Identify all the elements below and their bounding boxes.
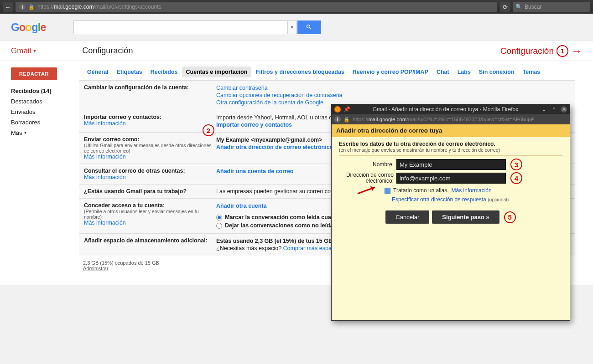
row-label: ¿Estás usando Gmail para tu trabajo?: [84, 188, 187, 195]
popup-title-bar: 📌 Gmail - Añadir otra dirección de corre…: [332, 104, 570, 114]
search-icon: [306, 24, 312, 31]
row-label: Consultar el correo de otras cuentas:: [84, 168, 185, 174]
alias-checkbox[interactable]: [385, 188, 390, 194]
tab-recibidos[interactable]: Recibidos: [146, 67, 182, 77]
maximize-button[interactable]: ⌃: [551, 106, 557, 113]
browser-search[interactable]: 🔍 Buscar: [513, 2, 590, 12]
sidebar-item-starred[interactable]: Destacados: [11, 96, 71, 107]
annotation-config: Configuración 1 →: [500, 45, 582, 57]
annotation-1: 1: [557, 45, 568, 57]
work-desc: Las empresas pueden gestionar su correo …: [216, 188, 345, 195]
annotation-5: 5: [504, 211, 516, 223]
name-label: Nombre:: [339, 161, 394, 168]
tab-reenv-o-y-correo-pop-imap[interactable]: Reenvío y correo POP/IMAP: [349, 67, 432, 77]
radio-leave-unread[interactable]: Dejar las conversaciones como no leídas …: [216, 221, 345, 230]
row-sublabel: (Permite a otros usuarios leer y enviar …: [84, 209, 216, 220]
row-label: Conceder acceso a tu cuenta:: [84, 202, 165, 209]
gmail-search-wrap: ▼: [73, 21, 321, 34]
google-logo[interactable]: Google: [11, 21, 46, 34]
link-other-config[interactable]: Otra configuración de la cuenta de Googl…: [216, 99, 343, 106]
minimize-button[interactable]: ⌄: [541, 106, 547, 113]
url-bar[interactable]: i 🔒 https://mail.google.com/mail/u/0/#se…: [16, 2, 497, 12]
radio-mark-read[interactable]: Marcar la conversación como leída cuando: [216, 213, 345, 221]
link-add-address[interactable]: Añadir otra dirección de correo electrón…: [216, 144, 333, 151]
info-icon: i: [334, 116, 341, 123]
link-manage[interactable]: Administrar: [83, 266, 109, 271]
annotation-3: 3: [510, 159, 522, 170]
info-icon: i: [19, 4, 26, 10]
optional-text: (opcional): [488, 197, 509, 202]
tab-filtros-y-direcciones-bloqueadas[interactable]: Filtros y direcciones bloqueadas: [251, 67, 349, 77]
radio-icon: [216, 223, 222, 229]
search-options-dropdown[interactable]: ▼: [288, 21, 297, 34]
link-more-info[interactable]: Más información: [84, 154, 216, 160]
sub-header: Gmail▼ Configuración Configuración 1 →: [0, 41, 593, 61]
tab-temas[interactable]: Temas: [519, 67, 545, 77]
link-more-info[interactable]: Más información: [84, 220, 216, 226]
sidebar-item-more[interactable]: Más▼: [11, 128, 71, 138]
tab-etiquetas[interactable]: Etiquetas: [113, 67, 146, 77]
sidebar-item-sent[interactable]: Enviados: [11, 107, 71, 117]
link-change-recovery[interactable]: Cambiar opciones de recuperación de cont…: [216, 92, 343, 99]
link-change-password[interactable]: Cambiar contraseña: [216, 84, 343, 92]
link-specify-reply[interactable]: Especificar otra dirección de respuesta: [392, 196, 486, 203]
reload-button[interactable]: ⟳: [500, 2, 510, 12]
page-title: Configuración: [82, 46, 500, 56]
tab-chat[interactable]: Chat: [432, 67, 453, 77]
popup-title: Gmail - Añadir otra dirección de correo …: [353, 106, 538, 113]
popup-instruction: Escribe los datos de tu otra dirección d…: [339, 141, 562, 147]
annotation-arrow: [357, 185, 380, 195]
back-button[interactable]: ←: [3, 2, 13, 12]
link-add-another[interactable]: Añadir otra cuenta: [216, 202, 345, 210]
pin-icon[interactable]: 📌: [343, 106, 350, 113]
row-label: Cambiar la configuración de la cuenta:: [84, 84, 189, 91]
popup-subinstruction: (en el mensaje que envíes se mostrarán t…: [339, 147, 562, 156]
lock-icon: 🔒: [28, 4, 35, 10]
tab-general[interactable]: General: [83, 67, 113, 77]
storage-usage: Estás usando 2,3 GB (el 15%) de tus 15 G…: [216, 237, 343, 245]
google-header: Google ▼: [0, 14, 593, 41]
search-placeholder: Buscar: [525, 4, 541, 10]
annotation-2: 2: [203, 124, 214, 136]
row-sublabel: (Utiliza Gmail para enviar mensajes desd…: [84, 143, 216, 154]
storage-question: ¿Necesitas más espacio?: [216, 245, 283, 251]
search-icon: 🔍: [515, 4, 522, 10]
sidebar-item-drafts[interactable]: Borradores: [11, 117, 71, 128]
link-more-info[interactable]: Más información: [84, 120, 216, 127]
popup-body: Escribe los datos de tu otra dirección d…: [332, 137, 570, 230]
gmail-search-button[interactable]: [297, 21, 321, 34]
chevron-down-icon: ▼: [32, 49, 36, 53]
tab-cuentas-e-importaci-n[interactable]: Cuentas e importación: [182, 67, 252, 77]
lock-icon: 🔒: [343, 117, 350, 123]
name-input[interactable]: [396, 159, 506, 170]
sidebar-item-inbox[interactable]: Recibidos (14): [11, 86, 71, 96]
link-more-info[interactable]: Más información: [84, 174, 216, 180]
row-label: Importar correo y contactos:: [84, 114, 161, 120]
chevron-down-icon: ▼: [24, 131, 27, 135]
firefox-icon: [334, 106, 341, 113]
sidebar: REDACTAR Recibidos (14) Destacados Envia…: [0, 61, 76, 285]
link-alias-more[interactable]: Más información: [452, 187, 492, 194]
cancel-button[interactable]: Cancelar: [385, 210, 429, 224]
email-input[interactable]: [396, 173, 506, 184]
tab-labs[interactable]: Labs: [453, 67, 475, 77]
row-label: Enviar correo como:: [84, 136, 140, 143]
gmail-dropdown[interactable]: Gmail▼: [11, 46, 36, 56]
close-button[interactable]: ✕: [561, 106, 567, 113]
alias-text: Tratarlo como un alias.: [393, 187, 449, 194]
next-button[interactable]: Siguiente paso »: [432, 210, 499, 224]
email-label: Dirección de correo electrónico:: [339, 172, 394, 184]
popup-url-bar[interactable]: i 🔒 https://mail.google.com/mail/u/0/?ui…: [332, 114, 570, 124]
link-add-account[interactable]: Añadir una cuenta de correo: [216, 168, 293, 175]
tab-sin-conexi-n[interactable]: Sin conexión: [475, 67, 519, 77]
browser-toolbar: ← i 🔒 https://mail.google.com/mail/u/0/#…: [0, 0, 593, 14]
settings-tabs: GeneralEtiquetasRecibidosCuentas e impor…: [79, 65, 575, 80]
popup-heading: Añadir otra dirección de correo tuya: [332, 124, 570, 137]
gmail-search-input[interactable]: [73, 21, 288, 34]
radio-icon: [216, 215, 222, 220]
popup-add-address: 📌 Gmail - Añadir otra dirección de corre…: [331, 104, 570, 321]
row-label: Añadir espacio de almacenamiento adicion…: [84, 237, 208, 244]
annotation-4: 4: [510, 172, 522, 184]
send-as-account: My Example <myexample@gmail.com>: [216, 136, 333, 144]
compose-button[interactable]: REDACTAR: [11, 67, 57, 80]
